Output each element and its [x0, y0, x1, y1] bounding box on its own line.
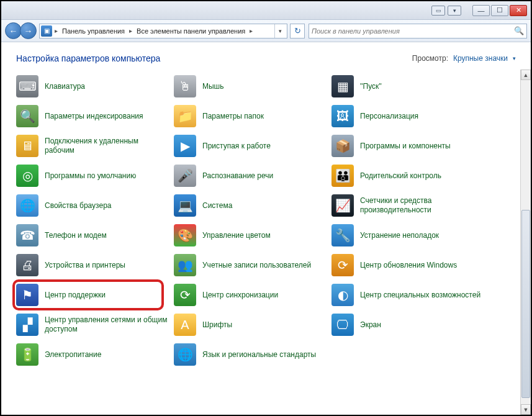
breadcrumb-all-items[interactable]: Все элементы панели управления — [135, 26, 247, 36]
scroll-up-button[interactable]: ▲ — [521, 70, 531, 80]
breadcrumb[interactable]: ▣ ▸ Панель управления ▸ Все элементы пан… — [39, 24, 287, 38]
item-icon: 🔍 — [16, 105, 38, 127]
item-label: Центр синхронизации — [202, 291, 278, 300]
item-label: Программы по умолчанию — [45, 171, 136, 181]
control-panel-item[interactable]: 👪Родительский контроль — [330, 161, 485, 190]
item-label: Язык и региональные стандарты — [202, 350, 316, 359]
item-label: Мышь — [202, 82, 224, 91]
control-panel-icon: ▣ — [41, 25, 52, 37]
item-icon: 🖱 — [174, 75, 196, 97]
control-panel-item[interactable]: ☎Телефон и модем — [15, 221, 170, 250]
search-icon[interactable]: 🔍 — [514, 26, 524, 35]
control-panel-item[interactable]: 🖥Подключения к удаленным рабочим — [15, 132, 170, 160]
item-icon: ◎ — [16, 165, 38, 187]
page-title: Настройка параметров компьютера — [16, 53, 160, 63]
item-icon: ▶ — [174, 135, 196, 157]
item-label: Устранение неполадок — [360, 231, 439, 240]
item-label: Клавиатура — [45, 82, 85, 91]
item-label: Учетные записи пользователей — [202, 261, 311, 270]
item-label: Подключения к удаленным рабочим — [45, 137, 169, 155]
view-selector[interactable]: Просмотр: Крупные значки ▾ — [412, 54, 516, 63]
control-panel-item[interactable]: 🎨Управление цветом — [173, 221, 328, 250]
item-label: Персонализация — [360, 112, 418, 121]
control-panel-item[interactable]: 🎤Распознавание речи — [173, 161, 328, 190]
item-icon: ☎ — [16, 224, 38, 246]
item-icon: 📦 — [331, 135, 354, 157]
scroll-thumb[interactable] — [521, 210, 530, 398]
scroll-track[interactable] — [521, 80, 531, 404]
item-icon: ⌨ — [16, 75, 38, 97]
titlebar-extra-button[interactable]: ▭ — [431, 6, 445, 16]
item-label: Шрифты — [202, 320, 232, 330]
control-panel-item[interactable]: 🖼Персонализация — [330, 102, 485, 130]
item-label: Устройства и принтеры — [45, 261, 125, 270]
item-icon: ⚑ — [16, 284, 38, 306]
item-label: Свойства браузера — [45, 201, 112, 210]
titlebar-dropdown[interactable]: ▾ — [448, 6, 461, 16]
search-input[interactable] — [312, 27, 514, 35]
item-label: Управление цветом — [202, 231, 271, 240]
breadcrumb-history-dropdown[interactable]: ▾ — [274, 24, 286, 38]
breadcrumb-separator[interactable]: ▸ — [248, 27, 254, 34]
item-label: Центр поддержки — [45, 291, 106, 300]
item-icon: 🖨 — [16, 254, 38, 276]
chevron-down-icon[interactable]: ▾ — [513, 55, 516, 61]
window-minimize-button[interactable]: — — [472, 5, 490, 16]
item-icon: 📁 — [174, 105, 196, 127]
control-panel-item[interactable]: 🔋Электропитание — [15, 340, 170, 369]
item-label: Электропитание — [45, 350, 101, 359]
nav-back-button[interactable]: ← — [5, 22, 22, 39]
control-panel-item[interactable]: 🖨Устройства и принтеры — [15, 251, 170, 279]
view-label: Просмотр: — [412, 54, 448, 63]
control-panel-item[interactable]: ▞Центр управления сетями и общим доступо… — [15, 310, 170, 339]
vertical-scrollbar[interactable]: ▲ ▼ — [520, 70, 531, 415]
control-panel-item[interactable]: ⟳Центр синхронизации — [173, 281, 328, 309]
item-label: Центр обновления Windows — [360, 261, 457, 270]
item-label: Приступая к работе — [202, 142, 271, 151]
nav-forward-button[interactable]: → — [20, 22, 37, 39]
scroll-down-button[interactable]: ▼ — [521, 404, 531, 415]
control-panel-item[interactable]: 📦Программы и компоненты — [330, 132, 485, 160]
item-icon: ⟳ — [174, 284, 196, 306]
control-panel-item[interactable]: ◐Центр специальных возможностей — [330, 281, 485, 309]
control-panel-item[interactable]: 📁Параметры папок — [173, 102, 328, 130]
control-panel-item[interactable]: 🌐Свойства браузера — [15, 191, 170, 220]
control-panel-item[interactable]: ⌨Клавиатура — [15, 72, 170, 101]
item-icon: 🖥 — [16, 135, 38, 157]
item-icon: A — [174, 314, 196, 336]
window-maximize-button[interactable]: ☐ — [491, 5, 508, 16]
control-panel-item[interactable]: 🔧Устранение неполадок — [330, 221, 485, 250]
item-label: Параметры папок — [202, 112, 264, 121]
titlebar: ▭ ▾ — ☐ ✕ — [1, 1, 531, 20]
control-panel-item[interactable]: ⚑Центр поддержки — [15, 281, 170, 309]
item-icon: 🎨 — [174, 224, 196, 246]
breadcrumb-separator[interactable]: ▸ — [53, 27, 59, 34]
view-value[interactable]: Крупные значки — [453, 54, 508, 63]
control-panel-item[interactable]: ▦''Пуск'' — [330, 72, 485, 101]
refresh-button[interactable]: ↻ — [290, 24, 305, 38]
item-icon: ▞ — [16, 314, 38, 336]
control-panel-item[interactable]: 🌐Язык и региональные стандарты — [173, 340, 328, 369]
window-close-button[interactable]: ✕ — [510, 5, 527, 16]
item-label: Телефон и модем — [45, 231, 107, 240]
item-icon: ▦ — [331, 75, 354, 97]
item-icon: 👥 — [174, 254, 196, 276]
control-panel-item[interactable]: 🖱Мышь — [173, 72, 328, 101]
control-panel-item[interactable]: 💻Система — [173, 191, 328, 220]
control-panel-item[interactable]: 👥Учетные записи пользователей — [173, 251, 328, 279]
breadcrumb-separator[interactable]: ▸ — [128, 27, 133, 34]
control-panel-item[interactable]: ⟳Центр обновления Windows — [330, 251, 485, 279]
control-panel-item[interactable]: 🔍Параметры индексирования — [15, 102, 170, 130]
control-panel-item[interactable]: 🖵Экран — [330, 310, 485, 339]
breadcrumb-control-panel[interactable]: Панель управления — [60, 26, 127, 36]
control-panel-item[interactable]: 📈Счетчики и средства производительности — [330, 191, 485, 220]
item-label: Программы и компоненты — [360, 142, 451, 151]
control-panel-item[interactable]: ▶Приступая к работе — [173, 132, 328, 160]
item-icon: 🖵 — [331, 314, 354, 336]
search-box[interactable]: 🔍 — [309, 24, 527, 38]
control-panel-item[interactable]: ◎Программы по умолчанию — [15, 161, 170, 190]
item-icon: 🔧 — [331, 224, 354, 246]
item-icon: 👪 — [331, 165, 354, 187]
control-panel-item[interactable]: AШрифты — [173, 310, 328, 339]
navbar: ← → ▣ ▸ Панель управления ▸ Все элементы… — [1, 20, 531, 42]
